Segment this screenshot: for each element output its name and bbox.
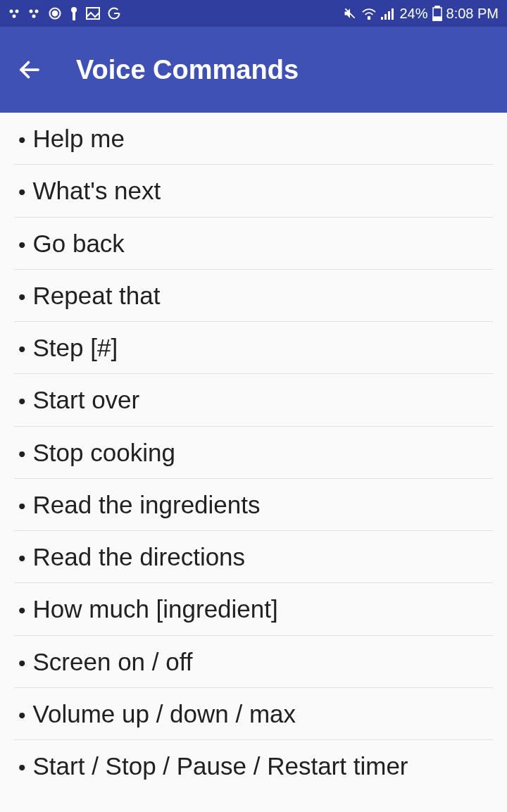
status-left-icons	[8, 6, 121, 20]
status-bar: 24% 8:08 PM	[0, 0, 507, 27]
svg-rect-9	[73, 12, 75, 20]
svg-point-12	[368, 18, 370, 20]
command-text: What's next	[33, 174, 161, 207]
command-text: Stop cooking	[33, 436, 175, 469]
command-text: Screen on / off	[33, 645, 193, 678]
battery-icon	[432, 6, 442, 21]
command-text: Step [#]	[33, 331, 118, 364]
list-item: • Start over	[14, 374, 493, 426]
bullet-icon: •	[18, 546, 26, 570]
list-item: • Go back	[14, 218, 493, 270]
notification-dots-icon	[8, 8, 21, 18]
svg-point-1	[15, 10, 19, 13]
command-text: Start over	[33, 383, 140, 416]
list-item: • Screen on / off	[14, 636, 493, 688]
battery-percent: 24%	[399, 6, 427, 22]
bullet-icon: •	[18, 233, 26, 257]
google-icon	[107, 6, 121, 20]
command-text: Read the directions	[33, 540, 246, 573]
bullet-icon: •	[18, 389, 26, 413]
svg-point-0	[10, 10, 13, 13]
app-bar: Voice Commands	[0, 27, 507, 113]
bullet-icon: •	[18, 337, 26, 361]
wifi-icon	[361, 7, 377, 20]
bullet-icon: •	[18, 704, 26, 727]
svg-point-7	[53, 11, 58, 16]
bullet-icon: •	[18, 599, 26, 623]
svg-rect-16	[392, 8, 394, 20]
command-text: Help me	[33, 122, 125, 155]
command-text: Read the ingredients	[33, 488, 261, 521]
list-item: • Read the directions	[14, 531, 493, 583]
bullet-icon: •	[18, 442, 26, 466]
mute-icon	[343, 6, 357, 20]
list-item: • How much [ingredient]	[14, 583, 493, 635]
command-text: How much [ingredient]	[33, 592, 278, 625]
bullet-icon: •	[18, 651, 26, 675]
svg-rect-14	[384, 14, 387, 20]
back-button[interactable]	[17, 57, 42, 82]
bullet-icon: •	[18, 128, 26, 152]
command-text: Start / Stop / Pause / Restart timer	[33, 749, 408, 782]
key-icon	[69, 6, 79, 20]
svg-rect-13	[381, 17, 383, 20]
svg-rect-19	[433, 17, 442, 20]
svg-point-8	[71, 7, 77, 13]
bullet-icon: •	[18, 756, 26, 780]
list-item: • Read the ingredients	[14, 479, 493, 531]
signal-icon	[381, 7, 395, 20]
clock-time: 8:08 PM	[446, 6, 499, 22]
bullet-icon: •	[18, 494, 26, 518]
svg-rect-10	[87, 8, 99, 19]
bullet-icon: •	[18, 180, 26, 204]
command-text: Go back	[33, 227, 125, 260]
list-item: • Step [#]	[14, 322, 493, 374]
update-icon	[48, 6, 62, 20]
list-item: • Help me	[14, 113, 493, 165]
command-text: Volume up / down / max	[33, 697, 296, 730]
list-item: • Start / Stop / Pause / Restart timer	[14, 740, 493, 792]
svg-point-4	[35, 10, 39, 13]
svg-rect-18	[435, 6, 439, 8]
list-item: • Volume up / down / max	[14, 688, 493, 740]
list-item: • Repeat that	[14, 270, 493, 322]
svg-point-3	[30, 10, 33, 13]
image-icon	[86, 7, 100, 20]
list-item: • Stop cooking	[14, 427, 493, 479]
page-title: Voice Commands	[76, 55, 299, 85]
command-text: Repeat that	[33, 279, 161, 312]
status-right: 24% 8:08 PM	[343, 6, 499, 22]
svg-rect-15	[388, 11, 390, 20]
bullet-icon: •	[18, 285, 26, 309]
notification-dots2-icon	[28, 8, 41, 18]
list-item: • What's next	[14, 165, 493, 217]
svg-point-5	[32, 15, 36, 18]
commands-list: • Help me • What's next • Go back • Repe…	[0, 113, 507, 792]
svg-point-2	[13, 15, 16, 18]
